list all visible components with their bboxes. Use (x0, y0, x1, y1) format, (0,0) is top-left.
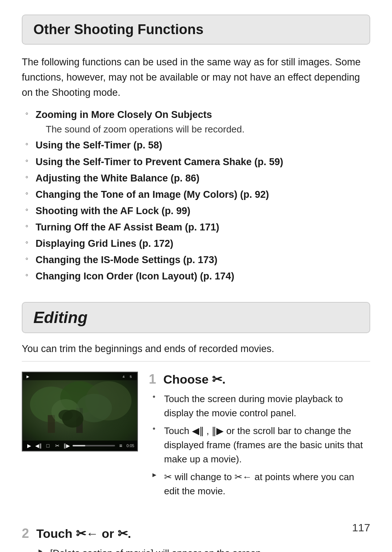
progress-fill (73, 445, 85, 446)
list-item: Changing Icon Order (Icon Layout) (p. 17… (25, 269, 370, 283)
play-icon: ▶ (25, 443, 33, 449)
list-item-bold: Using the Self-Timer (p. 58) (36, 140, 162, 151)
list-item: Zooming in More Closely On Subjects The … (25, 108, 370, 136)
shooting-header: Other Shooting Functions (22, 15, 370, 45)
step1-bullet-3: ✂ will change to ✂← at points where you … (152, 470, 370, 498)
list-item: Changing the Tone of an Image (My Colors… (25, 188, 370, 202)
editing-intro: You can trim the beginnings and ends of … (22, 343, 370, 361)
step2-title: Touch ✂← or ✂. (36, 526, 131, 541)
steps-container: ▶ 4 5 ▶ ◀‖ □ ✂ ‖▶ ≡ 0:05 (22, 372, 370, 511)
list-item: Changing the IS-Mode Settings (p. 173) (25, 253, 370, 267)
list-item: Displaying Grid Lines (p. 172) (25, 237, 370, 251)
step1-bullets: Touch the screen during movie playback t… (149, 392, 370, 498)
time-display: 0:05 (127, 443, 134, 448)
list-item: Using the Self-Timer to Prevent Camera S… (25, 155, 370, 169)
trim-icon: ✂ (54, 443, 61, 449)
movie-background: ▶ 4 5 (23, 372, 137, 451)
step2-bullets: [Delete section of movie] will appear on… (22, 546, 370, 552)
shooting-title: Other Shooting Functions (33, 22, 204, 37)
svg-rect-9 (23, 372, 137, 380)
step1-bullet-2: Touch ◀‖ , ‖▶ or the scroll bar to chang… (152, 424, 370, 466)
movie-thumbnail: ▶ 4 5 ▶ ◀‖ □ ✂ ‖▶ ≡ 0:05 (22, 372, 138, 451)
list-item-bold: Changing the IS-Mode Settings (p. 173) (36, 254, 217, 265)
page-number: 117 (352, 522, 370, 534)
step2-header: 2 Touch ✂← or ✂. (22, 526, 370, 541)
steps-content: 1 Choose ✂. Touch the screen during movi… (149, 372, 370, 511)
editing-section: Editing You can trim the beginnings and … (22, 302, 370, 552)
list-item: Turning Off the AF Assist Beam (p. 171) (25, 220, 370, 234)
shooting-section: Other Shooting Functions The following f… (22, 15, 370, 284)
list-item: Using the Self-Timer (p. 58) (25, 138, 370, 152)
step-1: 1 Choose ✂. Touch the screen during movi… (149, 372, 370, 498)
step1-bullet-1: Touch the screen during movie playback t… (152, 392, 370, 420)
svg-text:▶: ▶ (26, 374, 29, 378)
next-frame-icon: ‖▶ (63, 443, 70, 449)
editing-title: Editing (33, 308, 87, 326)
shooting-intro: The following functions can be used in t… (22, 55, 370, 101)
list-item-sub: The sound of zoom operations will be rec… (36, 123, 370, 136)
list-item-bold: Using the Self-Timer to Prevent Camera S… (36, 156, 283, 167)
step1-number: 1 (149, 372, 159, 387)
step1-title: Choose ✂. (163, 372, 226, 387)
step1-header: 1 Choose ✂. (149, 372, 370, 387)
frame-icon: □ (44, 443, 52, 449)
list-item-bold: Zooming in More Closely On Subjects (36, 109, 212, 120)
list-item-bold: Shooting with the AF Lock (p. 99) (36, 205, 190, 216)
list-item-bold: Changing Icon Order (Icon Layout) (p. 17… (36, 271, 234, 282)
list-item-bold: Displaying Grid Lines (p. 172) (36, 238, 173, 249)
list-item: Shooting with the AF Lock (p. 99) (25, 204, 370, 218)
step-2: 2 Touch ✂← or ✂. [Delete section of movi… (22, 526, 370, 552)
list-item-bold: Adjusting the White Balance (p. 86) (36, 173, 200, 184)
svg-text:4: 4 (123, 374, 125, 378)
editing-header: Editing (22, 302, 370, 333)
step2-bullet-1: [Delete section of movie] will appear on… (38, 546, 370, 552)
movie-controls: ▶ ◀‖ □ ✂ ‖▶ ≡ 0:05 (23, 441, 137, 451)
step2-number: 2 (22, 526, 32, 541)
movie-frame: ▶ 4 5 ▶ ◀‖ □ ✂ ‖▶ ≡ 0:05 (23, 372, 137, 451)
prev-frame-icon: ◀‖ (35, 443, 42, 449)
svg-text:5: 5 (130, 374, 132, 378)
progress-bar[interactable] (73, 445, 115, 446)
shooting-list: Zooming in More Closely On Subjects The … (22, 108, 370, 284)
list-item-bold: Turning Off the AF Assist Beam (p. 171) (36, 222, 219, 233)
list-item: Adjusting the White Balance (p. 86) (25, 171, 370, 185)
movie-scene-svg: ▶ 4 5 (23, 372, 137, 451)
svg-point-8 (58, 410, 73, 420)
menu-icon: ≡ (117, 443, 124, 449)
list-item-bold: Changing the Tone of an Image (My Colors… (36, 189, 269, 200)
